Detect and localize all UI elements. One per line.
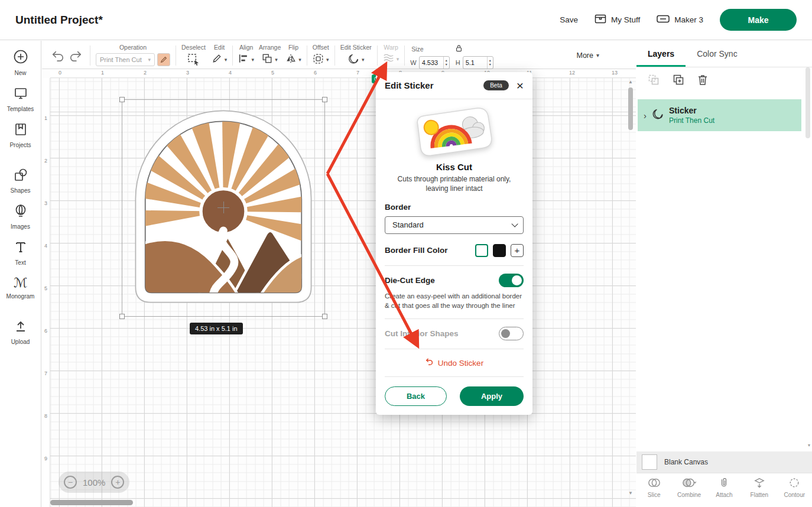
ruler-number: 5 bbox=[271, 70, 314, 77]
ruler-number: 1 bbox=[42, 115, 50, 158]
arrange-button[interactable]: Arrange ▾ bbox=[259, 44, 281, 67]
canvas-vertical-scrollbar[interactable]: ▲ ▼ bbox=[627, 79, 634, 496]
undo-button[interactable] bbox=[50, 47, 66, 64]
scroll-down-icon[interactable]: ▼ bbox=[627, 490, 634, 496]
close-icon[interactable]: × bbox=[517, 79, 524, 92]
zoom-in-button[interactable]: + bbox=[111, 476, 124, 489]
edit-sticker-icon bbox=[347, 53, 359, 67]
deselect-button[interactable]: Deselect bbox=[181, 44, 206, 67]
sidebar-item-projects[interactable]: Projects bbox=[0, 122, 41, 148]
height-stepper[interactable]: ▴▾ bbox=[487, 57, 493, 69]
group-icon[interactable] bbox=[648, 74, 660, 88]
slice-button[interactable]: Slice bbox=[638, 477, 671, 507]
layer-name: Sticker bbox=[669, 106, 714, 115]
selection-handle-top-left[interactable] bbox=[119, 97, 125, 102]
blank-canvas-label: Blank Canvas bbox=[664, 458, 708, 466]
canvas-horizontal-scrollbar[interactable] bbox=[50, 500, 623, 506]
sidebar-item-shapes[interactable]: Shapes bbox=[0, 168, 41, 194]
flatten-button[interactable]: Flatten bbox=[743, 477, 776, 507]
ruler-number: 3 bbox=[186, 70, 229, 77]
machine-icon bbox=[657, 15, 670, 25]
vertical-scroll-thumb[interactable] bbox=[628, 87, 633, 130]
sidebar-item-monogram[interactable]: ℳ Monogram bbox=[0, 276, 41, 300]
contour-button[interactable]: Contour bbox=[778, 477, 811, 507]
save-button[interactable]: Save bbox=[560, 15, 578, 24]
images-icon bbox=[14, 204, 28, 220]
size-lock-icon[interactable] bbox=[456, 44, 462, 54]
delete-icon[interactable] bbox=[697, 74, 708, 88]
zoom-out-button[interactable]: − bbox=[64, 476, 77, 489]
sidebar-item-text[interactable]: Text bbox=[0, 240, 41, 266]
layer-expand-chevron-icon[interactable]: › bbox=[644, 110, 647, 121]
cricut-design-space-app: Untitled Project* Save My Stuff Maker 3 … bbox=[0, 0, 812, 507]
toolbar-separator bbox=[307, 46, 307, 66]
blank-canvas-row[interactable]: Blank Canvas bbox=[636, 451, 812, 473]
shapes-icon bbox=[14, 168, 28, 184]
size-group: Size W ▴▾ H ▴▾ bbox=[410, 44, 493, 67]
die-cut-toggle[interactable] bbox=[499, 274, 524, 287]
horizontal-scroll-thumb[interactable] bbox=[50, 500, 133, 505]
more-button[interactable]: More▾ bbox=[576, 51, 599, 60]
edit-menu-button[interactable]: Edit ▾ bbox=[212, 44, 228, 67]
duplicate-icon[interactable] bbox=[673, 74, 684, 88]
header: Untitled Project* Save My Stuff Maker 3 … bbox=[0, 0, 812, 40]
my-stuff-button[interactable]: My Stuff bbox=[595, 14, 640, 25]
flip-button[interactable]: Flip ▾ bbox=[285, 44, 301, 67]
attach-icon bbox=[719, 477, 729, 489]
selection-handle-bottom-right[interactable] bbox=[322, 314, 327, 319]
layers-scroll-down-icon[interactable]: ▾ bbox=[808, 443, 810, 448]
kiss-cut-description: Cuts through printable material only, le… bbox=[393, 175, 515, 194]
height-value[interactable] bbox=[463, 59, 487, 66]
align-button[interactable]: Align ▾ bbox=[238, 44, 254, 67]
operation-select[interactable]: Print Then Cut▾ bbox=[96, 53, 155, 66]
ruler-number: 4 bbox=[42, 243, 50, 285]
die-cut-description: Create an easy-peel with an additional b… bbox=[385, 292, 524, 311]
kiss-cut-illustration bbox=[385, 105, 524, 160]
warp-button[interactable]: Warp ▾ bbox=[383, 44, 399, 67]
scroll-up-icon[interactable]: ▲ bbox=[627, 79, 634, 85]
operation-group: Operation Print Then Cut▾ bbox=[96, 44, 170, 67]
sidebar-item-new[interactable]: New bbox=[0, 49, 41, 76]
machine-selector[interactable]: Maker 3 bbox=[657, 15, 703, 25]
selection-handle-top-right[interactable] bbox=[322, 97, 327, 102]
ruler-number: 6 bbox=[314, 70, 356, 77]
design-canvas[interactable]: 012345678910111213 123456789 bbox=[42, 70, 636, 507]
sidebar-item-templates[interactable]: Templates bbox=[0, 86, 41, 112]
fill-swatch-black[interactable] bbox=[493, 244, 506, 257]
blank-canvas-swatch[interactable] bbox=[642, 454, 657, 470]
combine-button[interactable]: Combine bbox=[673, 477, 706, 507]
tab-layers[interactable]: Layers bbox=[636, 41, 686, 67]
selection-handle-bottom-left[interactable] bbox=[119, 314, 125, 319]
offset-button[interactable]: Offset ▾ bbox=[313, 44, 329, 67]
cut-interior-toggle[interactable] bbox=[499, 327, 524, 340]
operation-color-swatch[interactable] bbox=[157, 53, 170, 66]
contour-icon bbox=[788, 477, 800, 489]
ruler-number: 6 bbox=[42, 328, 50, 370]
apply-button[interactable]: Apply bbox=[460, 386, 524, 406]
chevron-down-icon bbox=[511, 220, 518, 227]
fill-swatch-white[interactable] bbox=[475, 244, 488, 257]
selection-bounding-box[interactable] bbox=[122, 99, 325, 317]
width-value[interactable] bbox=[420, 59, 443, 66]
toolbar-separator bbox=[334, 46, 335, 66]
layer-item-sticker[interactable]: › Sticker Print Then Cut bbox=[638, 99, 801, 131]
width-stepper[interactable]: ▴▾ bbox=[443, 57, 449, 69]
tab-color-sync[interactable]: Color Sync bbox=[686, 41, 748, 67]
attach-button[interactable]: Attach bbox=[707, 477, 740, 507]
add-color-button[interactable]: + bbox=[511, 244, 524, 257]
width-input[interactable]: ▴▾ bbox=[419, 56, 450, 69]
border-select[interactable]: Standard bbox=[385, 216, 524, 234]
layers-scroll-thumb[interactable] bbox=[805, 67, 810, 138]
undo-sticker-link[interactable]: Undo Sticker bbox=[385, 349, 524, 376]
ruler-number: 4 bbox=[229, 70, 271, 77]
back-button[interactable]: Back bbox=[385, 386, 447, 406]
redo-button[interactable] bbox=[68, 47, 83, 64]
make-button[interactable]: Make bbox=[720, 9, 797, 31]
panel-title: Edit Sticker bbox=[385, 80, 434, 90]
sidebar-item-upload[interactable]: Upload bbox=[0, 319, 41, 345]
sticker-layer-icon bbox=[652, 108, 664, 122]
sidebar-item-images[interactable]: Images bbox=[0, 204, 41, 230]
height-input[interactable]: ▴▾ bbox=[463, 56, 493, 69]
edit-sticker-button[interactable]: Edit Sticker ▾ bbox=[340, 44, 372, 67]
combine-icon bbox=[682, 477, 696, 489]
